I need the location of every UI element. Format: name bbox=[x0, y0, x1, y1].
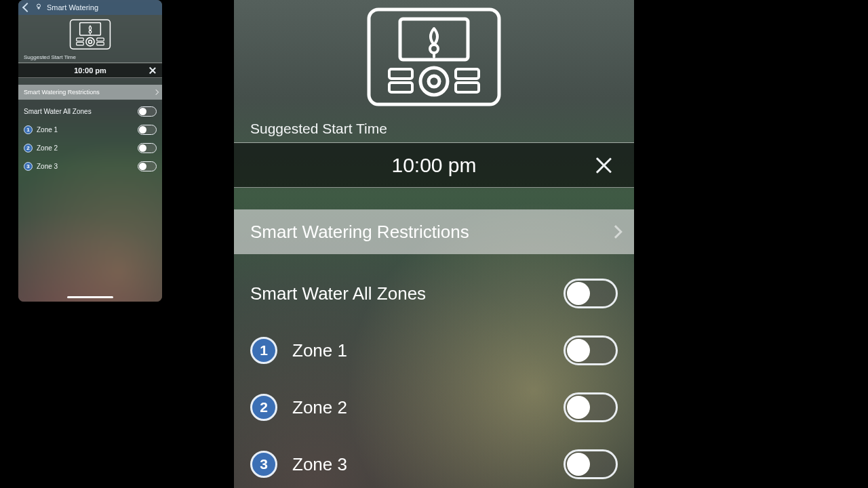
all-zones-label: Smart Water All Zones bbox=[24, 108, 92, 115]
zone-row: 3Zone 3 bbox=[250, 449, 618, 479]
close-icon[interactable] bbox=[149, 66, 157, 75]
device-illustration bbox=[234, 0, 634, 121]
nav-title: Smart Watering bbox=[47, 3, 98, 12]
zone-label: Zone 2 bbox=[292, 397, 347, 418]
zone-row: 1Zone 1 bbox=[250, 336, 618, 365]
zones-list: Smart Water All Zones 1Zone 1 2Zone 2 3Z… bbox=[18, 100, 162, 171]
all-zones-label: Smart Water All Zones bbox=[250, 283, 426, 304]
restrictions-row[interactable]: Smart Watering Restrictions bbox=[18, 85, 162, 100]
zone-row: 3Zone 3 bbox=[24, 161, 157, 171]
zone-number-badge: 1 bbox=[250, 337, 277, 364]
zone-number-badge: 3 bbox=[250, 451, 277, 478]
zone-toggle[interactable] bbox=[138, 143, 157, 153]
restrictions-label: Smart Watering Restrictions bbox=[250, 222, 469, 243]
zones-list: Smart Water All Zones 1Zone 1 2Zone 2 3Z… bbox=[234, 254, 634, 479]
zone-toggle[interactable] bbox=[138, 125, 157, 135]
zone-toggle[interactable] bbox=[564, 449, 618, 479]
chevron-right-icon bbox=[609, 225, 623, 239]
start-time-value: 10:00 pm bbox=[391, 154, 476, 177]
bulb-icon bbox=[35, 3, 43, 12]
back-icon[interactable] bbox=[22, 3, 32, 12]
zone-number-badge: 3 bbox=[24, 162, 33, 171]
start-time-value: 10:00 pm bbox=[74, 66, 106, 75]
zone-label: Zone 3 bbox=[37, 163, 58, 170]
zone-number-badge: 2 bbox=[24, 144, 33, 152]
home-indicator bbox=[67, 296, 113, 298]
all-zones-toggle[interactable] bbox=[138, 106, 157, 117]
nav-bar: Smart Watering bbox=[18, 0, 162, 15]
zone-number-badge: 1 bbox=[24, 125, 33, 134]
zone-row: 2Zone 2 bbox=[250, 392, 618, 422]
zone-row: 2Zone 2 bbox=[24, 143, 157, 153]
suggested-start-time-label: Suggested Start Time bbox=[234, 121, 634, 143]
restrictions-label: Smart Watering Restrictions bbox=[24, 89, 100, 96]
device-illustration bbox=[18, 15, 162, 53]
phone-zoomed: Suggested Start Time 10:00 pm Smart Wate… bbox=[234, 0, 634, 488]
start-time-row[interactable]: 10:00 pm bbox=[234, 143, 634, 188]
close-icon[interactable] bbox=[593, 155, 614, 176]
all-zones-toggle[interactable] bbox=[564, 279, 618, 308]
phone-thumbnail: Smart Watering Suggested Start Time 10:0… bbox=[18, 0, 162, 302]
all-zones-row: Smart Water All Zones bbox=[24, 106, 157, 117]
zone-toggle[interactable] bbox=[138, 161, 157, 171]
all-zones-row: Smart Water All Zones bbox=[250, 279, 618, 308]
zone-label: Zone 1 bbox=[292, 340, 347, 361]
restrictions-row[interactable]: Smart Watering Restrictions bbox=[234, 209, 634, 254]
zone-toggle[interactable] bbox=[564, 336, 618, 365]
zone-label: Zone 2 bbox=[37, 144, 58, 152]
zone-toggle[interactable] bbox=[564, 392, 618, 422]
svg-point-10 bbox=[37, 4, 41, 7]
zone-label: Zone 3 bbox=[292, 454, 347, 475]
zone-label: Zone 1 bbox=[37, 126, 58, 134]
start-time-row[interactable]: 10:00 pm bbox=[18, 63, 162, 78]
zone-number-badge: 2 bbox=[250, 394, 277, 421]
zone-row: 1Zone 1 bbox=[24, 125, 157, 135]
suggested-start-time-label: Suggested Start Time bbox=[18, 53, 162, 63]
chevron-right-icon bbox=[153, 89, 159, 95]
